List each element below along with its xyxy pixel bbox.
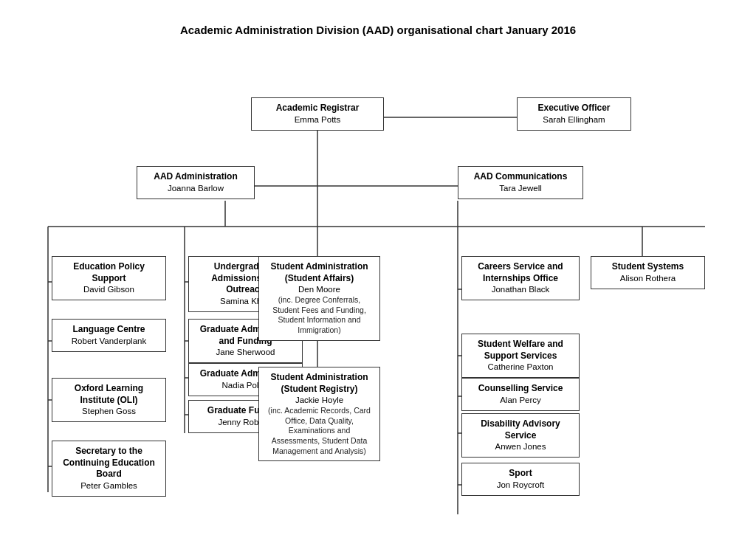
disability-title: Disability Advisory Service bbox=[468, 418, 573, 441]
student-welfare-title: Student Welfare and Support Services bbox=[468, 339, 573, 362]
aad-admin-title: AAD Administration bbox=[143, 171, 248, 183]
academic-registrar-box: Academic Registrar Emma Potts bbox=[251, 97, 384, 131]
student-welfare-name: Catherine Paxton bbox=[468, 362, 573, 373]
counselling-box: Counselling Service Alan Percy bbox=[461, 378, 580, 411]
academic-registrar-name: Emma Potts bbox=[258, 114, 377, 125]
language-centre-name: Robert Vanderplank bbox=[58, 336, 159, 347]
student-admin-affairs-box: Student Administration (Student Affairs)… bbox=[258, 256, 380, 341]
aad-admin-name: Joanna Barlow bbox=[143, 183, 248, 194]
oli-name: Stephen Goss bbox=[58, 406, 159, 417]
language-centre-box: Language Centre Robert Vanderplank bbox=[52, 319, 166, 352]
disability-name: Anwen Jones bbox=[468, 441, 573, 452]
education-policy-name: David Gibson bbox=[58, 284, 159, 295]
student-admin-registry-title: Student Administration (Student Registry… bbox=[265, 372, 374, 395]
oli-title: Oxford Learning Institute (OLI) bbox=[58, 383, 159, 406]
secretary-ceb-title: Secretary to the Continuing Education Bo… bbox=[58, 446, 159, 480]
sport-name: Jon Roycroft bbox=[468, 480, 573, 491]
language-centre-title: Language Centre bbox=[58, 324, 159, 336]
secretary-ceb-box: Secretary to the Continuing Education Bo… bbox=[52, 441, 166, 497]
aad-admin-box: AAD Administration Joanna Barlow bbox=[137, 166, 255, 199]
student-admin-registry-box: Student Administration (Student Registry… bbox=[258, 367, 380, 461]
aad-comms-box: AAD Communications Tara Jewell bbox=[458, 166, 583, 199]
student-admin-registry-name: Jackie Hoyle bbox=[265, 395, 374, 406]
student-admin-affairs-note: (inc. Degree Conferrals, Student Fees an… bbox=[265, 295, 374, 336]
aad-comms-name: Tara Jewell bbox=[464, 183, 577, 194]
education-policy-title: Education Policy Support bbox=[58, 261, 159, 284]
careers-title: Careers Service and Internships Office bbox=[468, 261, 573, 284]
education-policy-box: Education Policy Support David Gibson bbox=[52, 256, 166, 300]
student-welfare-box: Student Welfare and Support Services Cat… bbox=[461, 334, 580, 378]
page-title: Academic Administration Division (AAD) o… bbox=[0, 0, 756, 57]
oli-box: Oxford Learning Institute (OLI) Stephen … bbox=[52, 378, 166, 422]
sport-box: Sport Jon Roycroft bbox=[461, 463, 580, 496]
sport-title: Sport bbox=[468, 468, 573, 480]
student-admin-affairs-title: Student Administration (Student Affairs) bbox=[265, 261, 374, 284]
disability-box: Disability Advisory Service Anwen Jones bbox=[461, 413, 580, 458]
student-systems-box: Student Systems Alison Rothera bbox=[591, 256, 705, 289]
student-systems-title: Student Systems bbox=[597, 261, 698, 273]
counselling-title: Counselling Service bbox=[468, 383, 573, 395]
executive-officer-title: Executive Officer bbox=[523, 103, 625, 114]
careers-name: Jonathan Black bbox=[468, 284, 573, 295]
careers-box: Careers Service and Internships Office J… bbox=[461, 256, 580, 300]
secretary-ceb-name: Peter Gambles bbox=[58, 480, 159, 491]
executive-officer-name: Sarah Ellingham bbox=[523, 114, 625, 125]
grad-admissions-funding-name: Jane Sherwood bbox=[195, 347, 296, 358]
aad-comms-title: AAD Communications bbox=[464, 171, 577, 183]
executive-officer-box: Executive Officer Sarah Ellingham bbox=[517, 97, 631, 131]
academic-registrar-title: Academic Registrar bbox=[258, 103, 377, 114]
student-systems-name: Alison Rothera bbox=[597, 273, 698, 284]
counselling-name: Alan Percy bbox=[468, 395, 573, 406]
student-admin-affairs-name: Den Moore bbox=[265, 284, 374, 295]
student-admin-registry-note: (inc. Academic Records, Card Office, Dat… bbox=[265, 406, 374, 456]
